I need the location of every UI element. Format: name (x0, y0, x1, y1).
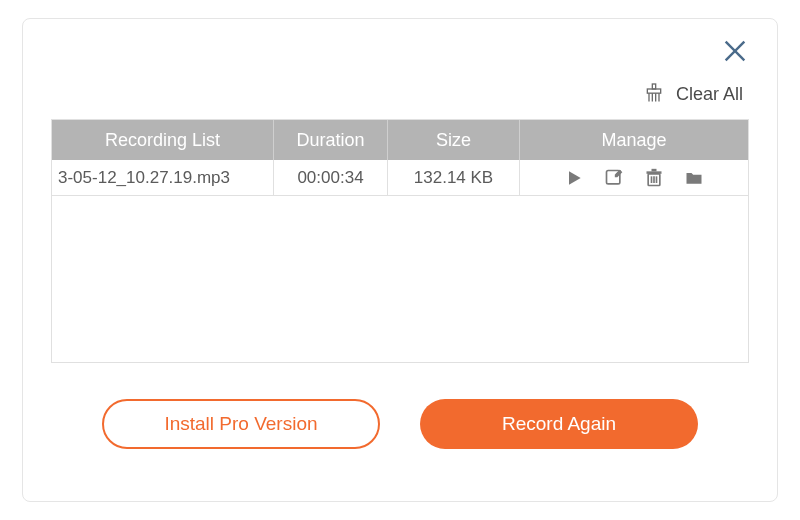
svg-rect-15 (652, 168, 657, 171)
edit-icon[interactable] (604, 168, 624, 188)
table-body: 3-05-12_10.27.19.mp3 00:00:34 132.14 KB (52, 160, 748, 362)
table-row[interactable]: 3-05-12_10.27.19.mp3 00:00:34 132.14 KB (52, 160, 748, 196)
install-pro-button[interactable]: Install Pro Version (102, 399, 380, 449)
svg-rect-14 (647, 171, 662, 174)
recording-table: Recording List Duration Size Manage 3-05… (51, 119, 749, 363)
footer: Install Pro Version Record Again (51, 399, 749, 449)
toolbar: Clear All (51, 83, 749, 105)
clear-all-button[interactable]: Clear All (676, 84, 743, 105)
recording-list-dialog: Clear All Recording List Duration Size M… (22, 18, 778, 502)
close-button[interactable] (721, 37, 749, 65)
cell-manage (520, 160, 748, 195)
cell-filename: 3-05-12_10.27.19.mp3 (52, 160, 274, 195)
close-icon (721, 37, 749, 65)
brush-icon (644, 83, 664, 105)
cell-size: 132.14 KB (388, 160, 520, 195)
header-recording-list: Recording List (52, 120, 274, 160)
header-size: Size (388, 120, 520, 160)
header-duration: Duration (274, 120, 388, 160)
header-manage: Manage (520, 120, 748, 160)
svg-rect-2 (652, 84, 655, 89)
cell-duration: 00:00:34 (274, 160, 388, 195)
record-again-button[interactable]: Record Again (420, 399, 698, 449)
play-icon[interactable] (564, 168, 584, 188)
folder-icon[interactable] (684, 168, 704, 188)
svg-marker-8 (569, 171, 581, 184)
trash-icon[interactable] (644, 168, 664, 188)
svg-rect-3 (647, 89, 660, 93)
table-header: Recording List Duration Size Manage (52, 120, 748, 160)
